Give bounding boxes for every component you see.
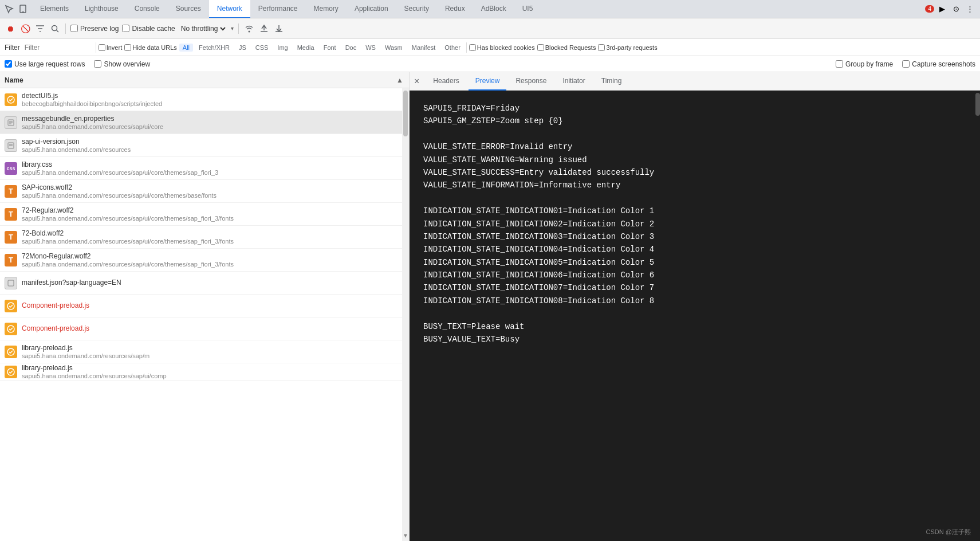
third-party-checkbox[interactable]: 3rd-party requests — [598, 44, 657, 51]
file-row[interactable]: messagebundle_en.properties sapui5.hana.… — [0, 111, 402, 134]
tab-application[interactable]: Application — [347, 0, 396, 18]
tab-redux[interactable]: Redux — [437, 0, 473, 18]
filter-type-all[interactable]: All — [179, 44, 193, 52]
tab-ui5[interactable]: UI5 — [514, 0, 541, 18]
preview-line: INDICATION_STATE_INDICATION08=Indication… — [423, 295, 959, 307]
wifi-icon[interactable] — [243, 23, 255, 34]
sort-arrow-icon[interactable]: ▲ — [395, 76, 404, 85]
file-list-panel: Name ▲ detectUI5.js bebecogbafbighhaildo… — [0, 72, 410, 541]
tab-console[interactable]: Console — [127, 0, 168, 18]
file-list-scrollbar[interactable]: ▼ — [402, 88, 409, 541]
show-overview-checkbox[interactable]: Show overview — [94, 60, 150, 68]
file-row[interactable]: T 72Mono-Regular.woff2 sapui5.hana.ondem… — [0, 249, 402, 272]
group-by-frame-input[interactable] — [836, 60, 843, 68]
preview-scrollbar-thumb[interactable] — [975, 93, 980, 116]
file-row[interactable]: library-preload.js sapui5.hana.ondemand.… — [0, 340, 402, 363]
close-preview-btn[interactable]: × — [414, 76, 419, 87]
file-row[interactable]: T 72-Regular.woff2 sapui5.hana.ondemand.… — [0, 203, 402, 226]
file-url: sapui5.hana.ondemand.com/resources/sap/u… — [22, 373, 167, 379]
file-row[interactable]: sap-ui-version.json sapui5.hana.ondemand… — [0, 134, 402, 157]
file-info: Component-preload.js — [22, 301, 89, 310]
invert-checkbox[interactable]: Invert — [99, 44, 123, 51]
tab-headers[interactable]: Headers — [426, 72, 466, 91]
play-icon[interactable]: ▶ — [936, 3, 948, 15]
large-rows-checkbox[interactable]: Use large request rows — [5, 60, 85, 68]
device-icon[interactable] — [17, 3, 29, 15]
tab-network[interactable]: Network — [209, 0, 250, 18]
filter-type-ws[interactable]: WS — [362, 44, 379, 52]
tab-security[interactable]: Security — [396, 0, 437, 18]
throttle-select[interactable]: No throttling — [179, 24, 227, 33]
invert-input[interactable] — [99, 44, 105, 51]
file-row[interactable]: library-preload.js sapui5.hana.ondemand.… — [0, 363, 402, 381]
file-info: 72-Regular.woff2 sapui5.hana.ondemand.co… — [22, 206, 234, 222]
filter-type-font[interactable]: Font — [320, 44, 340, 52]
clear-btn[interactable]: 🚫 — [19, 23, 31, 34]
group-by-frame-checkbox[interactable]: Group by frame — [836, 60, 893, 68]
hide-data-urls-checkbox[interactable]: Hide data URLs — [124, 44, 177, 51]
large-rows-input[interactable] — [5, 60, 12, 68]
filter-divider — [96, 42, 96, 53]
file-row[interactable]: T 72-Bold.woff2 sapui5.hana.ondemand.com… — [0, 226, 402, 249]
hide-data-urls-input[interactable] — [124, 44, 131, 51]
tab-preview[interactable]: Preview — [469, 72, 507, 91]
preview-content[interactable]: SAPUI5_FRIDAY=FridaySAPUI5_GM_ZSTEP=Zoom… — [410, 91, 973, 541]
filter-type-wasm[interactable]: Wasm — [381, 44, 406, 52]
tab-memory[interactable]: Memory — [306, 0, 347, 18]
filter-type-css[interactable]: CSS — [252, 44, 272, 52]
file-row[interactable]: Component-preload.js — [0, 295, 402, 317]
file-icon-css: css — [5, 162, 17, 175]
record-stop-btn[interactable]: ⏺ — [5, 23, 16, 34]
file-list-scrollbar-thumb[interactable] — [403, 91, 408, 136]
preview-scrollbar[interactable] — [973, 91, 980, 541]
filter-type-img[interactable]: Img — [274, 44, 291, 52]
file-name: detectUI5.js — [22, 92, 162, 100]
tab-sources[interactable]: Sources — [168, 0, 209, 18]
third-party-input[interactable] — [598, 44, 605, 51]
file-row[interactable]: detectUI5.js bebecogbafbighhaildooiibipc… — [0, 88, 402, 111]
show-overview-input[interactable] — [94, 60, 101, 68]
blocked-cookies-checkbox[interactable]: Has blocked cookies — [469, 44, 535, 51]
download-icon[interactable] — [273, 23, 285, 34]
filter-btn[interactable] — [34, 23, 46, 34]
filter-type-other[interactable]: Other — [441, 44, 464, 52]
disable-cache-checkbox[interactable]: Disable cache — [122, 25, 175, 33]
preserve-log-input[interactable] — [70, 25, 78, 32]
upload-icon[interactable] — [258, 23, 270, 34]
tab-lighthouse[interactable]: Lighthouse — [77, 0, 127, 18]
file-row[interactable]: manifest.json?sap-language=EN — [0, 272, 402, 295]
file-info: library.css sapui5.hana.ondemand.com/res… — [22, 160, 218, 176]
filter-type-media[interactable]: Media — [294, 44, 318, 52]
file-row[interactable]: Component-preload.js — [0, 317, 402, 340]
blocked-requests-input[interactable] — [537, 44, 544, 51]
tab-initiator[interactable]: Initiator — [556, 72, 592, 91]
search-btn[interactable] — [49, 23, 61, 34]
more-icon[interactable]: ⋮ — [964, 3, 975, 15]
file-row[interactable]: T SAP-icons.woff2 sapui5.hana.ondemand.c… — [0, 180, 402, 203]
disable-cache-input[interactable] — [122, 25, 129, 32]
filter-type-xhr[interactable]: Fetch/XHR — [195, 44, 233, 52]
tab-adblock[interactable]: AdBlock — [473, 0, 514, 18]
filter-input[interactable] — [25, 44, 93, 52]
capture-screenshots-input[interactable] — [902, 60, 910, 68]
capture-screenshots-checkbox[interactable]: Capture screenshots — [902, 60, 975, 68]
preview-line: SAPUI5_GM_ZSTEP=Zoom step {0} — [423, 115, 959, 127]
preserve-log-checkbox[interactable]: Preserve log — [70, 25, 119, 33]
file-list-scroll[interactable]: detectUI5.js bebecogbafbighhaildooiibipc… — [0, 88, 402, 541]
cast-icon[interactable]: ⊙ — [950, 3, 962, 15]
blocked-requests-checkbox[interactable]: Blocked Requests — [537, 44, 596, 51]
tab-response[interactable]: Response — [509, 72, 553, 91]
tab-elements[interactable]: Elements — [32, 0, 77, 18]
toolbar-sep-1 — [65, 23, 66, 34]
blocked-cookies-input[interactable] — [469, 44, 476, 51]
file-icon-js — [5, 300, 17, 312]
file-row[interactable]: css library.css sapui5.hana.ondemand.com… — [0, 157, 402, 180]
inspect-icon[interactable] — [3, 3, 15, 15]
filter-type-manifest[interactable]: Manifest — [408, 44, 439, 52]
filter-type-doc[interactable]: Doc — [342, 44, 360, 52]
scrollbar-down-arrow[interactable]: ▼ — [402, 532, 409, 539]
filter-type-js[interactable]: JS — [235, 44, 250, 52]
file-url: sapui5.hana.ondemand.com/resources/sap/u… — [22, 238, 234, 245]
tab-performance[interactable]: Performance — [250, 0, 306, 18]
tab-timing[interactable]: Timing — [595, 72, 629, 91]
